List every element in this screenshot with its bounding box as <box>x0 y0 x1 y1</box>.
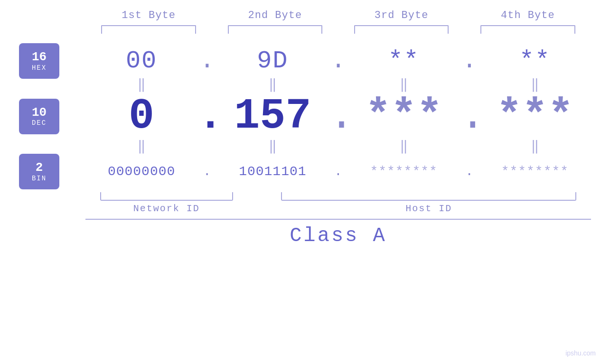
bin-dot-1: . <box>197 164 216 179</box>
eq2-2: ‖ <box>216 140 328 154</box>
hex-values: 00 . 9D . ** . ** <box>85 47 591 75</box>
bin-badge-label: BIN <box>32 175 47 182</box>
host-bracket <box>281 192 576 201</box>
hex-val-3: ** <box>348 47 460 75</box>
byte-header-2: 2nd Byte <box>212 9 338 21</box>
dec-val-2: 157 <box>216 92 328 140</box>
bracket-4 <box>465 25 591 34</box>
dec-row: 10 DEC 0 . 157 . *** . *** <box>19 92 591 140</box>
watermark: ipshu.com <box>565 349 596 357</box>
dec-val-1: 0 <box>85 92 197 140</box>
bin-badge-number: 2 <box>36 161 43 175</box>
eq-3: ‖ <box>348 79 460 92</box>
equals-row-2: ‖ ‖ ‖ ‖ <box>85 140 591 154</box>
hex-badge-number: 16 <box>32 50 47 64</box>
dec-badge-number: 10 <box>32 106 47 120</box>
byte-headers: 1st Byte 2nd Byte 3rd Byte 4th Byte <box>85 9 591 21</box>
dec-badge: 10 DEC <box>19 99 59 134</box>
network-id-label-wrap: Network ID <box>85 203 248 214</box>
eq-1: ‖ <box>85 79 197 92</box>
bin-badge: 2 BIN <box>19 154 59 189</box>
network-id-label: Network ID <box>133 203 200 214</box>
eq-4: ‖ <box>479 79 591 92</box>
bottom-brackets <box>85 192 591 201</box>
hex-val-2: 9D <box>216 47 328 75</box>
byte-header-3: 3rd Byte <box>338 9 465 21</box>
eq2-4: ‖ <box>479 140 591 154</box>
dec-values: 0 . 157 . *** . *** <box>85 92 591 140</box>
top-brackets <box>85 25 591 34</box>
dec-val-4: *** <box>479 92 591 140</box>
hex-row: 16 HEX 00 . 9D . ** . ** <box>19 43 591 79</box>
hex-badge-label: HEX <box>32 64 47 72</box>
bin-dot-2: . <box>329 164 348 179</box>
dec-dot-1: . <box>197 92 216 140</box>
network-bracket <box>100 192 233 201</box>
bin-val-3: ******** <box>348 164 460 179</box>
hex-val-4: ** <box>479 47 591 75</box>
class-label: Class A <box>85 224 591 247</box>
network-bracket-wrap <box>85 192 248 201</box>
dec-val-3: *** <box>348 92 460 140</box>
bracket-3 <box>338 25 465 34</box>
hex-val-1: 00 <box>85 47 197 75</box>
dec-badge-label: DEC <box>32 119 47 127</box>
host-id-label-wrap: Host ID <box>267 203 591 214</box>
bin-val-4: ******** <box>479 164 591 179</box>
bracket-1 <box>85 25 212 34</box>
eq2-1: ‖ <box>85 140 197 154</box>
hex-dot-2: . <box>329 47 348 75</box>
hex-badge: 16 HEX <box>19 43 59 79</box>
bin-row: 2 BIN 00000000 . 10011101 . ******** . <box>19 154 591 189</box>
bin-dot-3: . <box>460 164 479 179</box>
byte-header-4: 4th Byte <box>465 9 591 21</box>
byte-header-1: 1st Byte <box>85 9 212 21</box>
bin-val-2: 10011101 <box>216 164 328 179</box>
eq-2: ‖ <box>216 79 328 92</box>
dec-dot-2: . <box>329 92 348 140</box>
dec-dot-3: . <box>460 92 479 140</box>
equals-row-1: ‖ ‖ ‖ ‖ <box>85 79 591 92</box>
id-labels: Network ID Host ID <box>85 203 591 214</box>
bin-values: 00000000 . 10011101 . ******** . *******… <box>85 164 591 179</box>
hex-dot-3: . <box>460 47 479 75</box>
class-row: Class A <box>85 219 591 247</box>
bin-val-1: 00000000 <box>85 164 197 179</box>
host-bracket-wrap <box>267 192 591 201</box>
hex-dot-1: . <box>197 47 216 75</box>
bracket-2 <box>212 25 338 34</box>
label-spacer <box>248 203 267 214</box>
main-container: 1st Byte 2nd Byte 3rd Byte 4th Byte 16 H… <box>0 0 610 364</box>
eq2-3: ‖ <box>348 140 460 154</box>
host-id-label: Host ID <box>405 203 452 214</box>
